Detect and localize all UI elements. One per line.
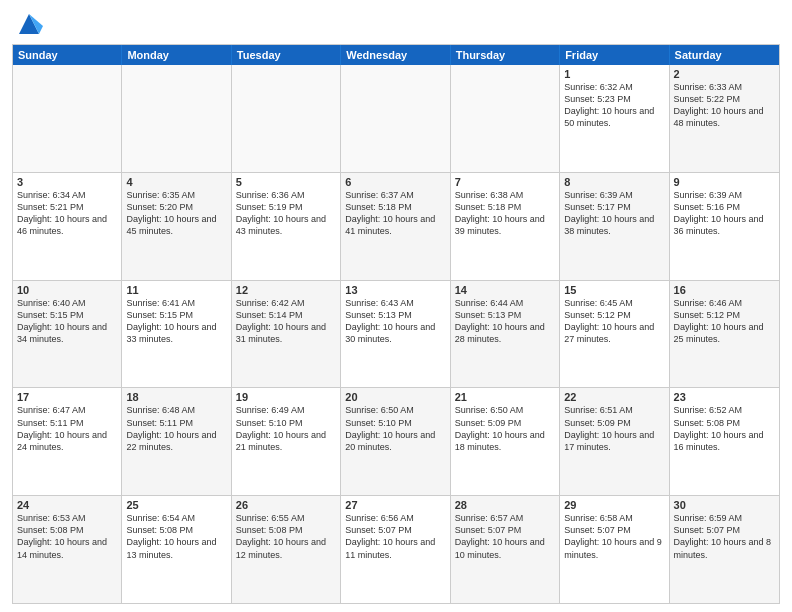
week-row-3: 10Sunrise: 6:40 AMSunset: 5:15 PMDayligh… bbox=[13, 281, 779, 389]
day-cell-26: 26Sunrise: 6:55 AMSunset: 5:08 PMDayligh… bbox=[232, 496, 341, 603]
day-cell-24: 24Sunrise: 6:53 AMSunset: 5:08 PMDayligh… bbox=[13, 496, 122, 603]
week-row-5: 24Sunrise: 6:53 AMSunset: 5:08 PMDayligh… bbox=[13, 496, 779, 603]
empty-cell bbox=[122, 65, 231, 172]
day-info: Sunrise: 6:57 AMSunset: 5:07 PMDaylight:… bbox=[455, 513, 545, 559]
day-number: 30 bbox=[674, 499, 775, 511]
day-number: 9 bbox=[674, 176, 775, 188]
day-cell-13: 13Sunrise: 6:43 AMSunset: 5:13 PMDayligh… bbox=[341, 281, 450, 388]
day-number: 28 bbox=[455, 499, 555, 511]
day-number: 11 bbox=[126, 284, 226, 296]
day-cell-22: 22Sunrise: 6:51 AMSunset: 5:09 PMDayligh… bbox=[560, 388, 669, 495]
day-info: Sunrise: 6:43 AMSunset: 5:13 PMDaylight:… bbox=[345, 298, 435, 344]
day-info: Sunrise: 6:53 AMSunset: 5:08 PMDaylight:… bbox=[17, 513, 107, 559]
day-cell-20: 20Sunrise: 6:50 AMSunset: 5:10 PMDayligh… bbox=[341, 388, 450, 495]
day-info: Sunrise: 6:50 AMSunset: 5:10 PMDaylight:… bbox=[345, 405, 435, 451]
day-number: 20 bbox=[345, 391, 445, 403]
day-info: Sunrise: 6:56 AMSunset: 5:07 PMDaylight:… bbox=[345, 513, 435, 559]
day-number: 24 bbox=[17, 499, 117, 511]
day-cell-21: 21Sunrise: 6:50 AMSunset: 5:09 PMDayligh… bbox=[451, 388, 560, 495]
header-day-friday: Friday bbox=[560, 45, 669, 65]
day-cell-19: 19Sunrise: 6:49 AMSunset: 5:10 PMDayligh… bbox=[232, 388, 341, 495]
day-number: 1 bbox=[564, 68, 664, 80]
day-cell-29: 29Sunrise: 6:58 AMSunset: 5:07 PMDayligh… bbox=[560, 496, 669, 603]
day-cell-3: 3Sunrise: 6:34 AMSunset: 5:21 PMDaylight… bbox=[13, 173, 122, 280]
day-number: 29 bbox=[564, 499, 664, 511]
day-cell-27: 27Sunrise: 6:56 AMSunset: 5:07 PMDayligh… bbox=[341, 496, 450, 603]
day-number: 26 bbox=[236, 499, 336, 511]
calendar-header: SundayMondayTuesdayWednesdayThursdayFrid… bbox=[13, 45, 779, 65]
day-number: 25 bbox=[126, 499, 226, 511]
day-number: 7 bbox=[455, 176, 555, 188]
day-info: Sunrise: 6:36 AMSunset: 5:19 PMDaylight:… bbox=[236, 190, 326, 236]
day-number: 3 bbox=[17, 176, 117, 188]
empty-cell bbox=[341, 65, 450, 172]
header bbox=[12, 10, 780, 38]
header-day-wednesday: Wednesday bbox=[341, 45, 450, 65]
day-cell-25: 25Sunrise: 6:54 AMSunset: 5:08 PMDayligh… bbox=[122, 496, 231, 603]
day-info: Sunrise: 6:32 AMSunset: 5:23 PMDaylight:… bbox=[564, 82, 654, 128]
week-row-1: 1Sunrise: 6:32 AMSunset: 5:23 PMDaylight… bbox=[13, 65, 779, 173]
header-day-saturday: Saturday bbox=[670, 45, 779, 65]
day-info: Sunrise: 6:51 AMSunset: 5:09 PMDaylight:… bbox=[564, 405, 654, 451]
day-number: 18 bbox=[126, 391, 226, 403]
day-cell-23: 23Sunrise: 6:52 AMSunset: 5:08 PMDayligh… bbox=[670, 388, 779, 495]
day-info: Sunrise: 6:44 AMSunset: 5:13 PMDaylight:… bbox=[455, 298, 545, 344]
day-cell-2: 2Sunrise: 6:33 AMSunset: 5:22 PMDaylight… bbox=[670, 65, 779, 172]
day-info: Sunrise: 6:50 AMSunset: 5:09 PMDaylight:… bbox=[455, 405, 545, 451]
day-number: 16 bbox=[674, 284, 775, 296]
day-number: 8 bbox=[564, 176, 664, 188]
day-info: Sunrise: 6:41 AMSunset: 5:15 PMDaylight:… bbox=[126, 298, 216, 344]
day-cell-17: 17Sunrise: 6:47 AMSunset: 5:11 PMDayligh… bbox=[13, 388, 122, 495]
day-cell-4: 4Sunrise: 6:35 AMSunset: 5:20 PMDaylight… bbox=[122, 173, 231, 280]
header-day-tuesday: Tuesday bbox=[232, 45, 341, 65]
day-info: Sunrise: 6:45 AMSunset: 5:12 PMDaylight:… bbox=[564, 298, 654, 344]
day-cell-11: 11Sunrise: 6:41 AMSunset: 5:15 PMDayligh… bbox=[122, 281, 231, 388]
header-day-sunday: Sunday bbox=[13, 45, 122, 65]
day-info: Sunrise: 6:52 AMSunset: 5:08 PMDaylight:… bbox=[674, 405, 764, 451]
day-number: 4 bbox=[126, 176, 226, 188]
calendar: SundayMondayTuesdayWednesdayThursdayFrid… bbox=[12, 44, 780, 604]
day-cell-15: 15Sunrise: 6:45 AMSunset: 5:12 PMDayligh… bbox=[560, 281, 669, 388]
day-number: 6 bbox=[345, 176, 445, 188]
day-info: Sunrise: 6:37 AMSunset: 5:18 PMDaylight:… bbox=[345, 190, 435, 236]
day-cell-16: 16Sunrise: 6:46 AMSunset: 5:12 PMDayligh… bbox=[670, 281, 779, 388]
empty-cell bbox=[232, 65, 341, 172]
header-day-thursday: Thursday bbox=[451, 45, 560, 65]
day-info: Sunrise: 6:42 AMSunset: 5:14 PMDaylight:… bbox=[236, 298, 326, 344]
day-info: Sunrise: 6:40 AMSunset: 5:15 PMDaylight:… bbox=[17, 298, 107, 344]
day-info: Sunrise: 6:33 AMSunset: 5:22 PMDaylight:… bbox=[674, 82, 764, 128]
day-info: Sunrise: 6:39 AMSunset: 5:16 PMDaylight:… bbox=[674, 190, 764, 236]
day-info: Sunrise: 6:47 AMSunset: 5:11 PMDaylight:… bbox=[17, 405, 107, 451]
day-number: 5 bbox=[236, 176, 336, 188]
day-info: Sunrise: 6:39 AMSunset: 5:17 PMDaylight:… bbox=[564, 190, 654, 236]
day-cell-14: 14Sunrise: 6:44 AMSunset: 5:13 PMDayligh… bbox=[451, 281, 560, 388]
day-info: Sunrise: 6:59 AMSunset: 5:07 PMDaylight:… bbox=[674, 513, 772, 559]
day-cell-18: 18Sunrise: 6:48 AMSunset: 5:11 PMDayligh… bbox=[122, 388, 231, 495]
week-row-4: 17Sunrise: 6:47 AMSunset: 5:11 PMDayligh… bbox=[13, 388, 779, 496]
day-cell-30: 30Sunrise: 6:59 AMSunset: 5:07 PMDayligh… bbox=[670, 496, 779, 603]
empty-cell bbox=[13, 65, 122, 172]
day-info: Sunrise: 6:54 AMSunset: 5:08 PMDaylight:… bbox=[126, 513, 216, 559]
day-info: Sunrise: 6:49 AMSunset: 5:10 PMDaylight:… bbox=[236, 405, 326, 451]
day-number: 23 bbox=[674, 391, 775, 403]
day-cell-10: 10Sunrise: 6:40 AMSunset: 5:15 PMDayligh… bbox=[13, 281, 122, 388]
day-number: 15 bbox=[564, 284, 664, 296]
page: SundayMondayTuesdayWednesdayThursdayFrid… bbox=[0, 0, 792, 612]
day-cell-12: 12Sunrise: 6:42 AMSunset: 5:14 PMDayligh… bbox=[232, 281, 341, 388]
header-day-monday: Monday bbox=[122, 45, 231, 65]
day-number: 10 bbox=[17, 284, 117, 296]
day-number: 22 bbox=[564, 391, 664, 403]
day-number: 19 bbox=[236, 391, 336, 403]
day-cell-7: 7Sunrise: 6:38 AMSunset: 5:18 PMDaylight… bbox=[451, 173, 560, 280]
day-cell-9: 9Sunrise: 6:39 AMSunset: 5:16 PMDaylight… bbox=[670, 173, 779, 280]
day-cell-6: 6Sunrise: 6:37 AMSunset: 5:18 PMDaylight… bbox=[341, 173, 450, 280]
day-info: Sunrise: 6:55 AMSunset: 5:08 PMDaylight:… bbox=[236, 513, 326, 559]
logo bbox=[12, 10, 43, 38]
day-number: 21 bbox=[455, 391, 555, 403]
calendar-body: 1Sunrise: 6:32 AMSunset: 5:23 PMDaylight… bbox=[13, 65, 779, 603]
day-cell-8: 8Sunrise: 6:39 AMSunset: 5:17 PMDaylight… bbox=[560, 173, 669, 280]
day-number: 17 bbox=[17, 391, 117, 403]
day-info: Sunrise: 6:38 AMSunset: 5:18 PMDaylight:… bbox=[455, 190, 545, 236]
logo-icon bbox=[15, 10, 43, 38]
day-info: Sunrise: 6:34 AMSunset: 5:21 PMDaylight:… bbox=[17, 190, 107, 236]
